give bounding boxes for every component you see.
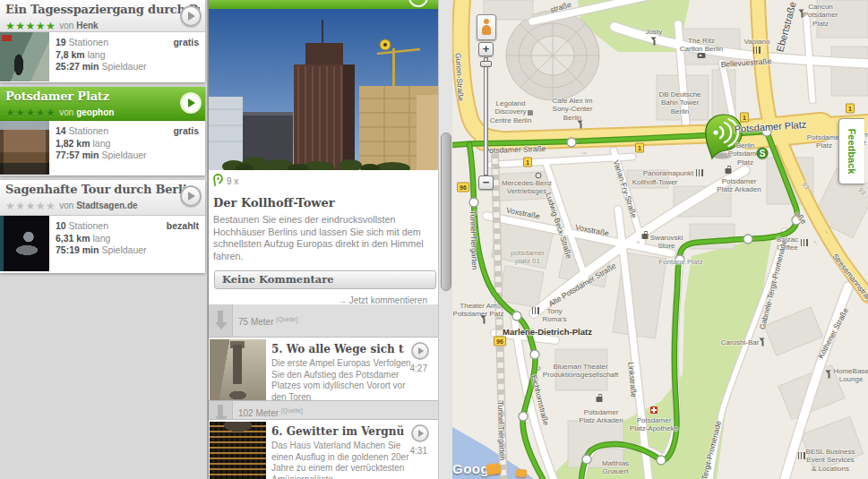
play-station-button[interactable] <box>411 342 429 360</box>
tour-thumbnail <box>0 121 49 175</box>
comments-header: Keine Kommentare <box>214 270 436 289</box>
map-cocktail-icon <box>798 10 806 18</box>
map-panel[interactable]: Cancun Potsdamer PlatzJostyThe Ritz Carl… <box>452 0 868 479</box>
station-item-title: 5. Wo alle Wege sich trafen <box>271 343 404 355</box>
tour-list-sidebar: Ein Tagesspaziergang durch Prenzlau... ★… <box>0 0 208 479</box>
station-thumbnail <box>210 339 266 400</box>
map-food-icon <box>532 307 539 314</box>
listen-count: 9 x <box>227 176 238 186</box>
map-food-icon <box>798 452 805 459</box>
tour-card-selected[interactable]: Potsdamer Platz ★★★★★von geophon 14 Stat… <box>0 87 205 175</box>
map-cocktail-icon <box>650 38 658 46</box>
tour-stats: 14 Stationen 1,82 km lang 77:57 min Spie… <box>56 125 147 162</box>
route-shield: 96 <box>457 183 469 192</box>
poi-marker-icon <box>486 463 502 475</box>
walk-down-arrow-icon <box>215 311 226 329</box>
distance-divider: 75 Meter [Quelle] <box>238 316 297 327</box>
station-item-description: Das Haus Vaterland Machen Sie einen Ausf… <box>271 441 418 479</box>
zoom-slider-handle[interactable] <box>480 61 492 67</box>
route-shield: 96 <box>494 337 506 346</box>
tour-author: von Stadtsagen.de <box>59 201 137 210</box>
map-bag-icon <box>642 234 649 239</box>
tour-thumbnail <box>0 216 49 271</box>
map-food-icon <box>753 47 761 54</box>
distance-divider: 102 Meter [Quelle] <box>238 407 303 418</box>
tour-card[interactable]: Sagenhafte Tour durch Berlin ★★★★★von St… <box>0 180 205 273</box>
station-item-title: 6. Gewitter im Vergnügungspal.. <box>271 425 404 438</box>
station-duration: 4:31 <box>410 446 427 456</box>
pegman-control[interactable] <box>477 14 496 40</box>
rating-stars-icon: ★★★★★ <box>5 107 56 119</box>
tour-card[interactable]: Ein Tagesspaziergang durch Prenzlau... ★… <box>0 0 205 82</box>
tour-thumbnail <box>0 32 49 81</box>
station-list-item[interactable]: 5. Wo alle Wege sich trafen Die erste Am… <box>209 337 439 401</box>
station-item-description: Die erste Ampel Europas Verfolgen Sie de… <box>271 358 418 403</box>
station-photo <box>209 9 439 170</box>
map-hotel-icon <box>698 53 706 58</box>
tour-detail-panel: 9 x Der Kollhoff-Tower Bestaunen Sie ein… <box>208 0 452 479</box>
map-music-icon: ♪ <box>535 364 544 372</box>
play-icon[interactable] <box>408 0 428 7</box>
play-tour-button[interactable] <box>180 185 202 207</box>
map-cocktail-icon <box>577 121 585 129</box>
route-shield: 1 <box>740 113 749 123</box>
price-badge: bezahlt <box>167 220 199 231</box>
station-thumbnail <box>210 422 266 479</box>
detail-header-bar <box>209 0 439 9</box>
price-badge: gratis <box>173 37 199 47</box>
map-poi-layer: ♪SU11119696 <box>452 0 868 479</box>
zoom-in-button[interactable]: + <box>478 42 494 56</box>
station-description: Bestaunen Sie eines der eindrucksvollste… <box>213 214 437 262</box>
tour-title: Potsdamer Platz <box>5 90 200 103</box>
map-pharmacy-icon <box>650 406 657 414</box>
zoom-out-button[interactable]: − <box>478 175 494 190</box>
map-generic-icon <box>528 110 533 115</box>
map-cocktail-icon <box>759 338 767 346</box>
scrollbar-thumb[interactable] <box>441 133 451 291</box>
route-shield: 1 <box>523 158 532 167</box>
map-bag-icon <box>726 168 732 174</box>
tour-author: von geophon <box>59 107 114 117</box>
map-food-icon <box>801 239 808 246</box>
map-star-icon <box>536 173 542 179</box>
station-detail-body: 9 x Der Kollhoff-Tower Bestaunen Sie ein… <box>209 170 439 304</box>
play-station-button[interactable] <box>411 424 429 442</box>
poi-marker-icon <box>516 468 528 477</box>
station-list: 75 Meter [Quelle] 5. Wo alle Wege sich t… <box>209 304 439 479</box>
tour-title: Sagenhafte Tour durch Berlin <box>5 183 200 196</box>
tour-title: Ein Tagesspaziergang durch Prenzlau... <box>5 3 200 16</box>
play-tour-button[interactable] <box>180 92 202 114</box>
station-title: Der Kollhoff-Tower <box>213 196 434 210</box>
route-shield: 1 <box>846 104 855 114</box>
route-shield: 1 <box>635 143 644 153</box>
map-cocktail-icon <box>480 316 488 324</box>
rating-stars-icon: ★★★★★ <box>5 200 56 212</box>
map-sbahn-icon: S <box>757 148 769 159</box>
comment-now-link[interactable]: → Jetzt kommentieren <box>213 289 434 305</box>
feedback-tab[interactable]: Feedback <box>838 118 864 184</box>
tour-author: von Henk <box>59 21 98 30</box>
rating-stars-icon: ★★★★★ <box>5 20 56 32</box>
map-cocktail-icon <box>825 371 833 379</box>
station-list-item[interactable]: 6. Gewitter im Vergnügungspal.. Das Haus… <box>209 419 439 479</box>
map-bag-icon <box>597 397 603 402</box>
tour-stats: 10 Stationen 6,31 km lang 75:19 min Spie… <box>56 220 147 257</box>
detail-scrollbar[interactable] <box>438 0 452 479</box>
zoom-slider[interactable] <box>484 57 488 175</box>
listen-ear-icon <box>213 174 224 187</box>
map-food-icon <box>696 169 703 176</box>
tour-stats: 19 Stationen 7,8 km lang 25:27 min Spiel… <box>56 37 147 73</box>
station-duration: 4:27 <box>410 364 427 373</box>
listen-count-row: 9 x <box>213 174 434 189</box>
play-tour-button[interactable] <box>180 5 202 27</box>
price-badge: gratis <box>173 125 199 136</box>
